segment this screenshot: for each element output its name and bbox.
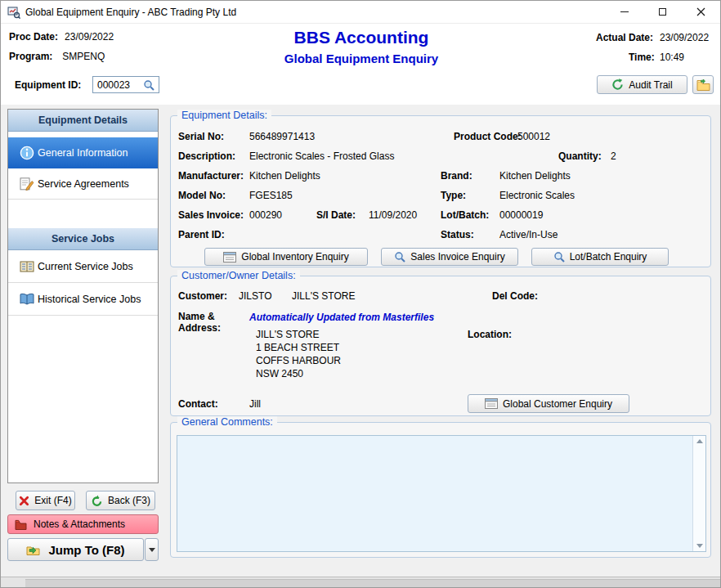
masterfiles-note: Automatically Updated from Masterfiles (249, 312, 434, 323)
equipment-id-search-button[interactable] (141, 77, 157, 92)
global-customer-enquiry-button[interactable]: Global Customer Enquiry (468, 394, 629, 413)
folder-icon (696, 79, 710, 91)
exit-label: Exit (F4) (34, 495, 71, 506)
sidebar-item-historical-service-jobs[interactable]: Historical Service Jobs (8, 283, 158, 316)
sales-invoice-enquiry-button[interactable]: Sales Invoice Enquiry (381, 248, 518, 266)
si-date-value: 11/09/2020 (369, 209, 417, 221)
lot-batch-value: 00000019 (499, 209, 543, 221)
equipment-id-input[interactable] (93, 79, 141, 91)
model-no-label: Model No: (178, 190, 226, 201)
status-bar (1, 577, 721, 588)
status-value: Active/In-Use (499, 229, 558, 240)
close-button[interactable] (682, 1, 720, 23)
maximize-button[interactable] (643, 1, 682, 23)
back-button[interactable]: Back (F3) (86, 491, 155, 510)
scroll-up-icon[interactable] (696, 439, 703, 443)
customer-label: Customer: (178, 290, 227, 302)
close-icon (696, 7, 705, 16)
jump-to-button[interactable]: Jump To (F8) (7, 538, 144, 561)
app-icon (7, 6, 20, 19)
comments-textarea[interactable] (177, 435, 706, 552)
maximize-icon (659, 8, 666, 16)
sales-invoice-label: Sales Invoice: (178, 209, 244, 221)
contact-value: Jill (249, 398, 261, 410)
jump-to-label: Jump To (F8) (48, 543, 124, 557)
app-window: Global Equipment Enquiry - ABC Trading P… (0, 0, 721, 588)
address-line: 1 BEACH STREET (256, 342, 339, 353)
general-comments-legend: General Comments: (177, 416, 277, 428)
sidebar-item-label: Historical Service Jobs (38, 294, 141, 305)
sales-invoice-value: 000290 (249, 209, 282, 221)
ledger-icon (16, 260, 38, 273)
back-icon (91, 495, 103, 507)
titlebar: Global Equipment Enquiry - ABC Trading P… (1, 1, 720, 24)
sidebar-header-equipment-details: Equipment Details (8, 110, 158, 132)
sidebar-item-label: General Information (38, 147, 128, 159)
magnifier-icon (143, 79, 154, 91)
sidebar-item-service-agreements[interactable]: Service Agreements (8, 168, 158, 200)
lot-batch-enquiry-button[interactable]: Lot/Batch Enquiry (531, 248, 669, 266)
del-code-label: Del Code: (492, 290, 538, 302)
status-bar-inset (25, 579, 721, 588)
time-value: 10:49 (660, 52, 684, 63)
magnifier-icon (553, 251, 565, 263)
address-line: NSW 2450 (256, 368, 303, 379)
customer-owner-panel: Customer/Owner Details: Customer: JILSTO… (170, 276, 711, 416)
lot-batch-label: Lot/Batch: (441, 209, 489, 221)
parent-id-label: Parent ID: (178, 229, 225, 240)
type-label: Type: (441, 190, 466, 201)
type-value: Electronic Scales (499, 190, 575, 201)
audit-trail-icon (611, 79, 624, 91)
si-date-label: S/I Date: (316, 209, 356, 221)
magnifier-icon (394, 251, 405, 263)
record-card-icon (223, 252, 236, 263)
model-no-value: FGES185 (249, 190, 293, 201)
general-comments-panel: General Comments: (170, 422, 711, 558)
chevron-down-icon (149, 548, 155, 552)
info-icon (16, 146, 38, 160)
sidebar-item-label: Service Agreements (38, 178, 129, 190)
attachments-folder-button[interactable] (692, 75, 714, 94)
comments-scrollbar[interactable] (692, 436, 705, 551)
status-label: Status: (441, 229, 474, 240)
customer-name-value: JILL'S STORE (292, 290, 355, 302)
back-label: Back (F3) (108, 495, 150, 506)
actual-date-value: 23/09/2022 (660, 32, 709, 43)
window-controls (605, 1, 720, 23)
global-inventory-enquiry-button[interactable]: Global Inventory Enquiry (204, 248, 368, 266)
equipment-id-label: Equipment ID: (15, 79, 81, 91)
audit-trail-button[interactable]: Audit Trail (597, 75, 687, 94)
sidebar-item-current-service-jobs[interactable]: Current Service Jobs (8, 250, 158, 283)
customer-code-value: JILSTO (239, 290, 271, 302)
sidebar-item-general-information[interactable]: General Information (8, 137, 158, 168)
quantity-value: 2 (611, 150, 616, 162)
actual-date-label: Actual Date: (596, 32, 653, 43)
record-card-icon (485, 398, 498, 409)
sidebar-header-service-jobs-label: Service Jobs (52, 233, 114, 245)
notes-attachments-button[interactable]: Notes & Attachments (7, 514, 159, 534)
equipment-details-legend: Equipment Details: (177, 110, 271, 121)
serial-no-value: 566489971413 (249, 131, 315, 142)
scroll-down-icon[interactable] (696, 544, 703, 548)
global-inventory-enquiry-label: Global Inventory Enquiry (241, 251, 348, 263)
description-value: Electronic Scales - Frosted Glass (249, 150, 394, 162)
quantity-label: Quantity: (558, 150, 602, 162)
sidebar-header-equipment-details-label: Equipment Details (38, 114, 128, 126)
sidebar-item-label: Current Service Jobs (38, 261, 133, 272)
jump-to-dropdown-button[interactable] (145, 538, 159, 561)
brand-value: Kitchen Delights (499, 170, 571, 182)
jump-to-icon (26, 544, 40, 555)
product-code-label: Product Code: (454, 131, 522, 142)
exit-button[interactable]: Exit (F4) (16, 491, 75, 510)
sidebar: Equipment Details General Information Se… (7, 109, 159, 483)
contact-label: Contact: (178, 398, 218, 410)
sales-invoice-enquiry-label: Sales Invoice Enquiry (410, 251, 504, 263)
description-label: Description: (178, 150, 235, 162)
address-line: COFFS HARBOUR (256, 355, 341, 366)
equipment-details-panel: Equipment Details: Serial No: 5664899714… (170, 115, 711, 267)
minimize-button[interactable] (605, 1, 643, 23)
book-icon (16, 293, 38, 306)
minimize-icon (620, 11, 629, 13)
window-title: Global Equipment Enquiry - ABC Trading P… (25, 7, 236, 18)
serial-no-label: Serial No: (178, 131, 224, 142)
